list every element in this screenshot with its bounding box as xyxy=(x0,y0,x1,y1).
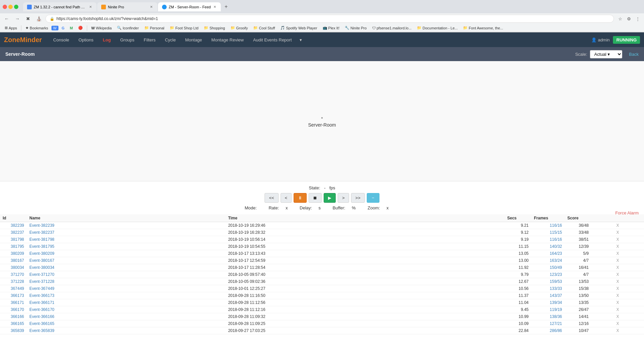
tab-2[interactable]: Ninite Pro ✕ xyxy=(97,2,157,11)
bookmark-pfsense[interactable]: 🛡 pfsense1.mailord.lo... xyxy=(370,25,414,31)
event-delete[interactable]: X xyxy=(592,264,644,271)
event-frames[interactable]: 127/21 xyxy=(531,320,565,327)
bookmark-iconfinder[interactable]: 🔍 Iconfinder xyxy=(115,25,141,31)
bookmark-bookmarks[interactable]: ★ Bookmarks xyxy=(23,25,50,31)
event-name[interactable]: Event-371228 xyxy=(27,278,225,285)
refresh-button[interactable]: ✖ xyxy=(24,15,32,23)
event-delete[interactable]: X xyxy=(592,222,644,229)
event-id[interactable]: 380167 xyxy=(0,257,27,264)
nav-options[interactable]: Options xyxy=(74,32,98,47)
event-frames[interactable]: 119/19 xyxy=(531,306,565,313)
admin-user[interactable]: 👤 admin xyxy=(591,37,610,42)
event-delete[interactable]: X xyxy=(592,243,644,250)
tab-3-close[interactable]: ✕ xyxy=(213,4,217,9)
menu-icon[interactable]: ⋮ xyxy=(634,15,641,22)
event-delete[interactable]: X xyxy=(592,236,644,243)
event-name[interactable]: Event-366165 xyxy=(27,320,225,327)
nav-log[interactable]: Log xyxy=(98,32,116,47)
skip-back-fast-button[interactable]: << xyxy=(265,193,278,203)
extensions-icon[interactable]: ⚙ xyxy=(625,15,633,22)
tab-2-close[interactable]: ✕ xyxy=(149,4,153,9)
event-name[interactable]: Event-366173 xyxy=(27,292,225,299)
event-name[interactable]: Event-371270 xyxy=(27,271,225,278)
bookmark-w[interactable]: W xyxy=(51,26,58,30)
back-nav-button[interactable]: ← xyxy=(3,15,11,23)
bookmark-red-dot[interactable]: 🔴 xyxy=(76,25,85,31)
event-frames[interactable]: 139/34 xyxy=(531,299,565,306)
event-id[interactable]: 381795 xyxy=(0,243,27,250)
nav-groups[interactable]: Groups xyxy=(116,32,139,47)
event-frames[interactable]: 164/23 xyxy=(531,250,565,257)
event-delete[interactable]: X xyxy=(592,306,644,313)
nav-filters[interactable]: Filters xyxy=(139,32,160,47)
bookmark-spotify[interactable]: 🎵 Spotify Web Player xyxy=(278,25,319,31)
event-name[interactable]: Event-380209 xyxy=(27,250,225,257)
event-name[interactable]: Event-381798 xyxy=(27,236,225,243)
play-button[interactable]: ▶ xyxy=(324,193,336,203)
event-frames[interactable]: 138/36 xyxy=(531,313,565,320)
event-name[interactable]: Event-366171 xyxy=(27,299,225,306)
bookmark-docs[interactable]: 📁 Documentation - Le... xyxy=(415,25,460,31)
event-id[interactable]: 371270 xyxy=(0,271,27,278)
event-delete[interactable]: X xyxy=(592,271,644,278)
event-id[interactable]: 380209 xyxy=(0,250,27,257)
event-frames[interactable]: 123/23 xyxy=(531,271,565,278)
bookmark-apps[interactable]: ⊞ Apps xyxy=(3,25,19,31)
event-name[interactable]: Event-382239 xyxy=(27,222,225,229)
nav-more-icon[interactable]: ▾ xyxy=(296,32,305,47)
bookmark-grooify[interactable]: 📁 Grooify xyxy=(228,25,250,31)
bookmark-coolstuff[interactable]: 📁 Cool Stuff xyxy=(251,25,277,31)
event-name[interactable]: Event-382237 xyxy=(27,229,225,236)
event-id[interactable]: 382239 xyxy=(0,222,27,229)
event-id[interactable]: 380034 xyxy=(0,264,27,271)
event-delete[interactable]: X xyxy=(592,278,644,285)
event-name[interactable]: Event-367449 xyxy=(27,285,225,292)
scale-select[interactable]: Actual ▾ 25% 50% 75% 100% xyxy=(590,50,622,58)
nav-montage[interactable]: Montage xyxy=(180,32,207,47)
minimize-button[interactable] xyxy=(8,5,13,9)
event-frames[interactable]: 115/15 xyxy=(531,229,565,236)
event-name[interactable]: Event-380167 xyxy=(27,257,225,264)
zm-logo[interactable]: ZoneMinder xyxy=(4,36,42,44)
bookmark-ninite[interactable]: 🔧 Ninite Pro xyxy=(343,25,368,31)
event-delete[interactable]: X xyxy=(592,250,644,257)
skip-forward-fast-button[interactable]: >> xyxy=(351,193,365,203)
event-name[interactable]: Event-366166 xyxy=(27,313,225,320)
bookmark-plexit[interactable]: 📺 Plex It! xyxy=(321,25,342,31)
skip-forward-button[interactable]: > xyxy=(338,193,349,203)
nav-audit-events[interactable]: Audit Events Report xyxy=(249,32,297,47)
bookmark-g[interactable]: G xyxy=(60,25,67,31)
event-delete[interactable]: X xyxy=(592,229,644,236)
back-link[interactable]: Back xyxy=(629,52,639,57)
url-bar[interactable]: 🔒 https://cams-ty.footshopltd.co.uk/zm/?… xyxy=(45,15,614,23)
event-delete[interactable]: X xyxy=(592,292,644,299)
event-id[interactable]: 366170 xyxy=(0,306,27,313)
event-id[interactable]: 365839 xyxy=(0,327,27,334)
event-delete[interactable]: X xyxy=(592,285,644,292)
event-frames[interactable]: 150/49 xyxy=(531,264,565,271)
event-delete[interactable]: X xyxy=(592,257,644,264)
event-delete[interactable]: X xyxy=(592,320,644,327)
event-frames[interactable]: 133/33 xyxy=(531,285,565,292)
event-frames[interactable]: 143/37 xyxy=(531,292,565,299)
nav-cycle[interactable]: Cycle xyxy=(160,32,181,47)
close-button[interactable] xyxy=(3,5,7,9)
event-id[interactable]: 366173 xyxy=(0,292,27,299)
skip-back-button[interactable]: < xyxy=(281,193,292,203)
bookmark-shopping[interactable]: 📁 Shopping xyxy=(202,25,227,31)
event-id[interactable]: 366165 xyxy=(0,320,27,327)
home-button[interactable]: ⛪ xyxy=(35,15,43,23)
event-delete[interactable]: X xyxy=(592,313,644,320)
tab-1-close[interactable]: ✕ xyxy=(89,4,93,9)
stop-button[interactable]: ⏹ xyxy=(309,193,322,203)
event-id[interactable]: 381798 xyxy=(0,236,27,243)
event-id[interactable]: 366166 xyxy=(0,313,27,320)
event-frames[interactable]: 116/16 xyxy=(531,236,565,243)
event-id[interactable]: 366171 xyxy=(0,299,27,306)
maximize-button[interactable] xyxy=(14,5,18,9)
bookmark-m[interactable]: M xyxy=(68,25,75,31)
force-alarm-link[interactable]: Force Alarm xyxy=(615,210,639,215)
forward-nav-button[interactable]: → xyxy=(13,15,21,23)
event-name[interactable]: Event-381795 xyxy=(27,243,225,250)
bookmark-personal[interactable]: 📁 Personal xyxy=(142,25,166,31)
